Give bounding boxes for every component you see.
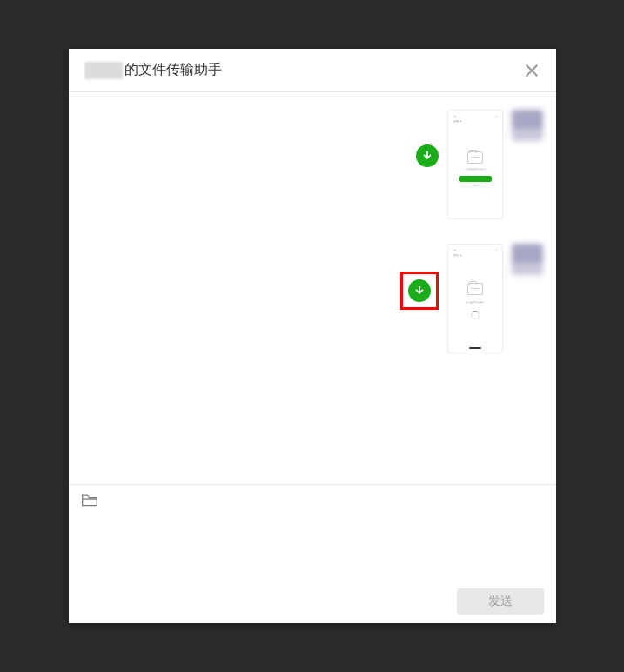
title-text: 的文件传输助手 [124, 61, 222, 79]
window-title: 的文件传输助手 [84, 61, 222, 79]
highlight-box [400, 272, 439, 310]
phone-button [459, 176, 492, 182]
message-bubble[interactable]: ●●●▮ 文件传输 使用登录文件传输助手 [447, 244, 503, 353]
input-toolbar [81, 492, 544, 507]
avatar[interactable] [512, 244, 543, 275]
send-button[interactable]: 发送 [457, 588, 544, 615]
phone-header: 文件传输 [452, 252, 489, 258]
message-bubble[interactable]: ●●●▮ 使用帮助 正在绑定登录文件传输助手 取消 [447, 110, 503, 219]
messages-area: ●●●▮ 使用帮助 正在绑定登录文件传输助手 取消 [69, 92, 556, 484]
send-row: 发送 [81, 588, 544, 615]
phone-text: 正在绑定登录文件传输助手 [464, 168, 486, 171]
home-indicator [469, 347, 481, 349]
folder-icon[interactable] [81, 492, 98, 507]
download-icon[interactable] [408, 279, 431, 302]
phone-header: 使用帮助 [452, 118, 489, 124]
download-icon[interactable] [416, 144, 439, 167]
phone-body: 使用登录文件传输助手 [452, 258, 499, 345]
chat-window: 的文件传输助手 ●●●▮ 使用帮助 正在绑定登录文件传输助手 取消 [69, 49, 556, 623]
folder-icon [467, 151, 483, 164]
window-header: 的文件传输助手 [69, 49, 556, 92]
avatar[interactable] [512, 110, 543, 141]
input-area: 发送 [69, 484, 556, 623]
phone-statusbar: ●●●▮ [452, 248, 499, 252]
close-icon[interactable] [523, 62, 540, 79]
phone-body: 正在绑定登录文件传输助手 取消 [452, 124, 499, 215]
phone-text: 使用登录文件传输助手 [466, 301, 484, 304]
username-blur [84, 62, 123, 79]
message-row: ●●●▮ 使用帮助 正在绑定登录文件传输助手 取消 [86, 110, 543, 219]
phone-statusbar: ●●●▮ [452, 114, 499, 118]
message-input[interactable] [81, 513, 544, 588]
folder-icon [467, 283, 483, 295]
message-row: ●●●▮ 文件传输 使用登录文件传输助手 [86, 244, 543, 353]
loading-icon [471, 311, 480, 319]
phone-footer: 取消 [473, 185, 476, 187]
